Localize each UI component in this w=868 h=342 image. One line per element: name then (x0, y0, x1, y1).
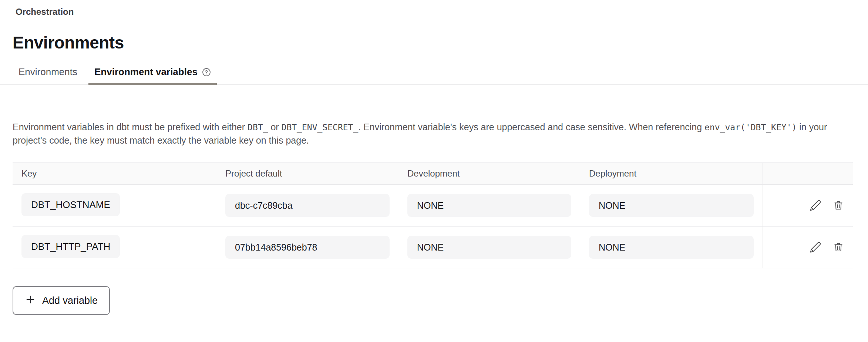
env-vars-table: Key Project default Development Deployme… (13, 162, 853, 268)
table-row: DBT_HTTP_PATH 07bb14a8596beb78 NONE NONE (13, 227, 853, 268)
project-default-cell: dbc-c7c89cba (216, 194, 398, 217)
breadcrumb: Orchestration (16, 7, 855, 17)
description-code-segment: env_var('DBT_KEY') (704, 123, 797, 132)
table-row: DBT_HOSTNAME dbc-c7c89cba NONE NONE (13, 185, 853, 227)
tab-environment-variables-label: Environment variables (94, 66, 198, 78)
description-text-segment: or (268, 122, 281, 132)
row-actions (763, 185, 853, 226)
env-var-key-pill: DBT_HTTP_PATH (21, 235, 120, 258)
development-cell: NONE (398, 236, 580, 259)
tabs: Environments Environment variables (0, 66, 868, 84)
trash-icon (833, 242, 844, 253)
deployment-value-pill: NONE (589, 194, 754, 217)
pencil-icon (810, 200, 821, 211)
deployment-value-pill: NONE (589, 236, 754, 259)
description: Environment variables in dbt must be pre… (13, 121, 855, 147)
column-header-development: Development (398, 168, 580, 179)
pencil-icon (810, 241, 821, 253)
column-header-key: Key (13, 168, 216, 179)
tabs-bar: Environments Environment variables (0, 66, 868, 85)
deployment-cell: NONE (580, 194, 763, 217)
environments-page: Orchestration Environments Environments … (0, 7, 868, 315)
column-header-actions (763, 163, 853, 184)
description-code-segment: DBT_ENV_SECRET_ (282, 123, 359, 132)
table-body: DBT_HOSTNAME dbc-c7c89cba NONE NONE (13, 185, 853, 268)
project-default-value-pill: dbc-c7c89cba (225, 194, 390, 217)
tab-environments[interactable]: Environments (13, 66, 83, 84)
development-cell: NONE (398, 194, 580, 217)
column-header-deployment: Deployment (580, 168, 763, 179)
key-cell: DBT_HTTP_PATH (13, 235, 216, 259)
project-default-cell: 07bb14a8596beb78 (216, 236, 398, 259)
delete-variable-button[interactable] (832, 241, 845, 254)
page-title: Environments (13, 33, 855, 53)
description-code-segment: DBT_ (248, 123, 268, 132)
development-value-pill: NONE (407, 194, 571, 217)
edit-variable-button[interactable] (809, 241, 822, 254)
plus-icon (25, 294, 36, 308)
key-cell: DBT_HOSTNAME (13, 193, 216, 218)
tab-environments-label: Environments (18, 66, 77, 78)
project-default-value-pill: 07bb14a8596beb78 (225, 236, 390, 259)
tab-environment-variables[interactable]: Environment variables (88, 66, 217, 84)
delete-variable-button[interactable] (832, 199, 845, 212)
table-header: Key Project default Development Deployme… (13, 162, 853, 185)
edit-variable-button[interactable] (809, 199, 822, 212)
description-text-segment: . Environment variable's keys are upperc… (358, 122, 704, 132)
add-variable-label: Add variable (42, 295, 98, 306)
trash-icon (833, 200, 844, 211)
row-actions (763, 227, 853, 268)
help-icon[interactable] (202, 68, 211, 77)
development-value-pill: NONE (407, 236, 571, 259)
column-header-project-default: Project default (216, 168, 398, 179)
add-variable-button[interactable]: Add variable (13, 286, 110, 315)
deployment-cell: NONE (580, 236, 763, 259)
env-var-key-pill: DBT_HOSTNAME (21, 193, 120, 216)
description-text-segment: Environment variables in dbt must be pre… (13, 122, 248, 132)
